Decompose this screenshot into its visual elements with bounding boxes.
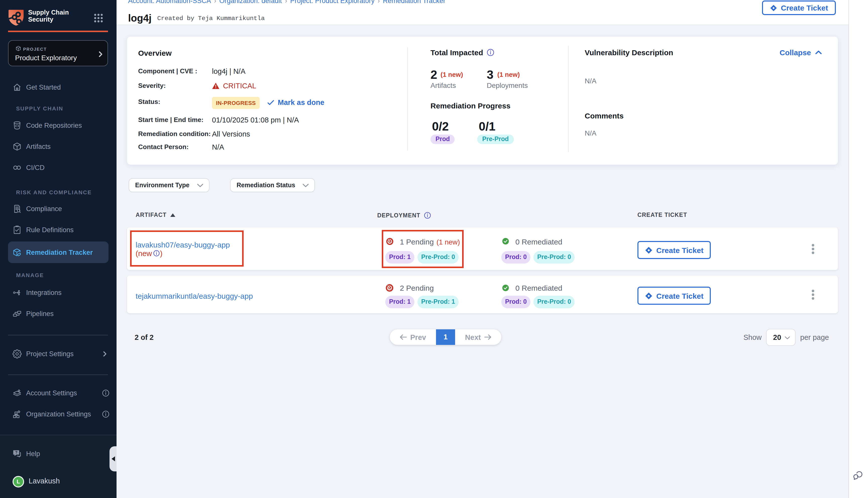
svg-text:?: ? — [15, 450, 17, 454]
